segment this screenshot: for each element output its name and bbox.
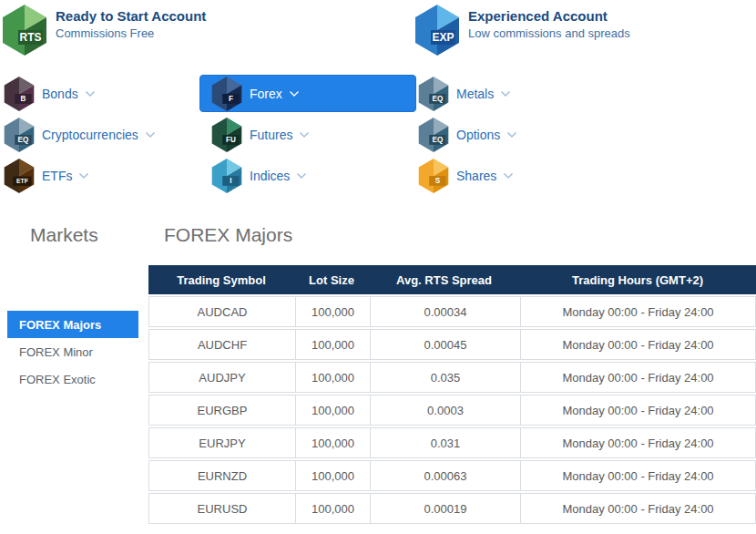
- svg-text:EQ: EQ: [18, 136, 29, 144]
- cell-lot-size: 100,000: [295, 494, 370, 523]
- rts-account-text: Ready to Start Account Commissions Free: [56, 5, 206, 40]
- rts-account-title: Ready to Start Account: [56, 8, 206, 24]
- category-cryptocurrencies[interactable]: EQ Cryptocurrencies: [0, 116, 199, 153]
- category-forex[interactable]: F Forex: [199, 75, 416, 112]
- futures-icon: FU: [211, 118, 242, 152]
- cell-spread: 0.00034: [370, 297, 520, 326]
- svg-text:S: S: [435, 177, 441, 185]
- category-shares-label: Shares: [456, 169, 496, 183]
- chevron-down-icon: [289, 90, 300, 98]
- col-trading-hours: Trading Hours (GMT+2): [519, 273, 756, 287]
- exp-hexagon-icon: EXP: [414, 5, 460, 56]
- svg-text:ETF: ETF: [16, 178, 28, 184]
- category-options[interactable]: EQ Options: [416, 116, 642, 153]
- table-row: EURNZD 100,000 0.00063 Monday 00:00 - Fr…: [148, 460, 756, 491]
- chevron-down-icon: [296, 172, 307, 180]
- bonds-icon: B: [4, 77, 35, 111]
- cryptocurrencies-icon: EQ: [4, 118, 35, 152]
- rts-badge-label: RTS: [20, 31, 42, 44]
- exp-badge-label: EXP: [432, 31, 454, 44]
- cell-hours: Monday 00:00 - Friday 24:00: [520, 330, 755, 359]
- forex-majors-heading: FOREX Majors: [164, 224, 292, 246]
- sidebar-item-forex-exotic[interactable]: FOREX Exotic: [7, 365, 138, 393]
- cell-symbol: EURNZD: [149, 461, 295, 490]
- cell-spread: 0.031: [370, 428, 520, 457]
- options-icon: EQ: [418, 118, 449, 152]
- category-etfs-label: ETFs: [42, 169, 72, 183]
- svg-text:F: F: [229, 95, 233, 103]
- sidebar-item-forex-majors[interactable]: FOREX Majors: [7, 311, 138, 338]
- cell-hours: Monday 00:00 - Friday 24:00: [520, 494, 755, 523]
- exp-account-subtitle: Low commissions and spreads: [468, 26, 630, 40]
- cell-spread: 0.00063: [370, 461, 520, 490]
- cell-lot-size: 100,000: [295, 395, 370, 425]
- chevron-down-icon: [78, 172, 89, 180]
- category-futures[interactable]: FU Futures: [199, 116, 416, 153]
- markets-sidebar: FOREX Majors FOREX Minor FOREX Exotic: [7, 311, 138, 393]
- cell-spread: 0.00019: [370, 494, 520, 523]
- category-forex-label: Forex: [250, 87, 282, 101]
- chevron-down-icon: [506, 131, 517, 139]
- forex-majors-table: Trading Symbol Lot Size Avg. RTS Spread …: [148, 265, 756, 524]
- cell-symbol: AUDJPY: [149, 363, 295, 392]
- cell-lot-size: 100,000: [295, 297, 370, 326]
- cell-hours: Monday 00:00 - Friday 24:00: [520, 428, 755, 457]
- svg-text:EQ: EQ: [433, 95, 444, 103]
- svg-text:I: I: [230, 177, 231, 185]
- experienced-account-card[interactable]: EXP Experienced Account Low commissions …: [414, 5, 630, 56]
- cell-lot-size: 100,000: [295, 428, 370, 457]
- cell-symbol: AUDCHF: [149, 330, 295, 359]
- svg-text:B: B: [20, 95, 26, 103]
- cell-lot-size: 100,000: [295, 363, 370, 392]
- cell-symbol: AUDCAD: [149, 297, 295, 326]
- markets-heading: Markets: [30, 224, 98, 246]
- cell-hours: Monday 00:00 - Friday 24:00: [520, 461, 755, 490]
- category-etfs[interactable]: ETF ETFs: [0, 157, 199, 194]
- indices-icon: I: [211, 159, 242, 193]
- sidebar-item-forex-minor[interactable]: FOREX Minor: [7, 338, 138, 365]
- cell-lot-size: 100,000: [295, 330, 370, 359]
- cell-lot-size: 100,000: [295, 461, 370, 490]
- shares-icon: S: [418, 159, 449, 193]
- chevron-down-icon: [503, 172, 514, 180]
- cell-symbol: EURJPY: [149, 428, 295, 457]
- cell-spread: 0.035: [370, 363, 520, 392]
- cell-hours: Monday 00:00 - Friday 24:00: [520, 363, 755, 392]
- category-indices[interactable]: I Indices: [199, 157, 416, 194]
- forex-icon: F: [211, 77, 242, 111]
- chevron-down-icon: [85, 90, 96, 98]
- col-avg-rts-spread: Avg. RTS Spread: [369, 273, 519, 287]
- cell-symbol: EURGBP: [149, 395, 295, 425]
- table-row: AUDCHF 100,000 0.00045 Monday 00:00 - Fr…: [148, 329, 756, 360]
- ready-to-start-account-card[interactable]: RTS Ready to Start Account Commissions F…: [2, 5, 206, 56]
- cell-symbol: EURUSD: [149, 494, 295, 523]
- category-bonds[interactable]: B Bonds: [0, 75, 199, 112]
- metals-icon: EQ: [418, 77, 449, 111]
- category-shares[interactable]: S Shares: [416, 157, 642, 194]
- rts-hexagon-icon: RTS: [2, 5, 47, 56]
- chevron-down-icon: [145, 131, 156, 139]
- exp-account-text: Experienced Account Low commissions and …: [468, 5, 630, 40]
- account-types-header: RTS Ready to Start Account Commissions F…: [0, 5, 756, 61]
- svg-text:FU: FU: [226, 136, 236, 144]
- table-row: AUDJPY 100,000 0.035 Monday 00:00 - Frid…: [148, 362, 756, 393]
- category-metals[interactable]: EQ Metals: [416, 75, 642, 112]
- col-trading-symbol: Trading Symbol: [148, 273, 294, 287]
- table-row: AUDCAD 100,000 0.00034 Monday 00:00 - Fr…: [148, 296, 756, 327]
- table-row: EURGBP 100,000 0.0003 Monday 00:00 - Fri…: [148, 395, 756, 426]
- category-bonds-label: Bonds: [42, 87, 78, 101]
- cell-hours: Monday 00:00 - Friday 24:00: [520, 395, 755, 425]
- table-header-row: Trading Symbol Lot Size Avg. RTS Spread …: [148, 265, 756, 294]
- etfs-icon: ETF: [4, 159, 35, 193]
- chevron-down-icon: [500, 90, 511, 98]
- category-futures-label: Futures: [250, 128, 292, 142]
- category-metals-label: Metals: [456, 87, 494, 101]
- category-cryptocurrencies-label: Cryptocurrencies: [42, 128, 138, 142]
- cell-spread: 0.0003: [370, 395, 520, 425]
- category-options-label: Options: [456, 128, 500, 142]
- table-row: EURUSD 100,000 0.00019 Monday 00:00 - Fr…: [148, 493, 756, 524]
- cell-hours: Monday 00:00 - Friday 24:00: [520, 297, 755, 326]
- market-category-grid: B Bonds F Forex EQ Metals: [0, 75, 642, 194]
- cell-spread: 0.00045: [370, 330, 520, 359]
- chevron-down-icon: [299, 131, 310, 139]
